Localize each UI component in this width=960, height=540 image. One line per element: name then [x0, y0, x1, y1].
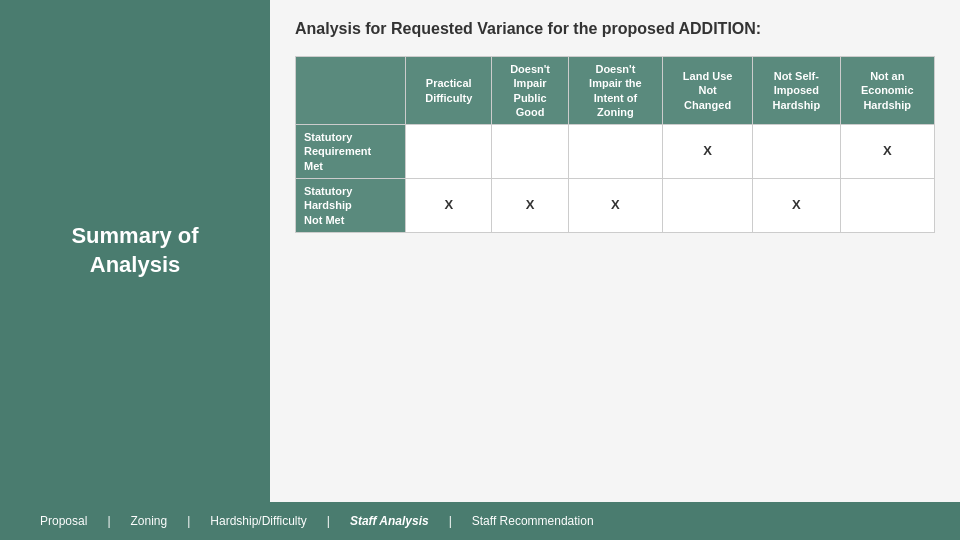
col-header-doesnt-impair-public-good: Doesn'tImpairPublicGood — [492, 57, 568, 125]
col-header-land-use: Land UseNotChanged — [663, 57, 753, 125]
cell-sh-land-use — [663, 179, 753, 233]
cell-sh-practical: X — [406, 179, 492, 233]
col-header-doesnt-impair-intent: Doesn'tImpair theIntent ofZoning — [568, 57, 662, 125]
right-content: Analysis for Requested Variance for the … — [270, 0, 960, 502]
col-header-not-self-imposed: Not Self-ImposedHardship — [753, 57, 840, 125]
cell-sr-practical — [406, 125, 492, 179]
table-row-statutory-requirement: StatutoryRequirementMet X X — [296, 125, 935, 179]
page-title: Analysis for Requested Variance for the … — [295, 20, 935, 38]
bottom-navigation: Proposal | Zoning | Hardship/Difficulty … — [0, 502, 960, 540]
nav-proposal[interactable]: Proposal — [20, 514, 107, 528]
cell-sr-land-use: X — [663, 125, 753, 179]
left-sidebar: Summary ofAnalysis — [0, 0, 270, 502]
cell-sr-public-good — [492, 125, 568, 179]
nav-staff-recommendation[interactable]: Staff Recommendation — [452, 514, 614, 528]
col-header-not-economic: Not anEconomicHardship — [840, 57, 934, 125]
cell-sr-intent — [568, 125, 662, 179]
cell-sh-economic — [840, 179, 934, 233]
cell-sh-intent: X — [568, 179, 662, 233]
cell-sr-self-imposed — [753, 125, 840, 179]
col-header-practical-difficulty: PracticalDifficulty — [406, 57, 492, 125]
nav-staff-analysis[interactable]: Staff Analysis — [330, 514, 449, 528]
nav-zoning[interactable]: Zoning — [111, 514, 188, 528]
cell-sh-self-imposed: X — [753, 179, 840, 233]
row-label-statutory-requirement: StatutoryRequirementMet — [296, 125, 406, 179]
cell-sr-economic: X — [840, 125, 934, 179]
nav-hardship-difficulty[interactable]: Hardship/Difficulty — [190, 514, 326, 528]
row-label-statutory-hardship: StatutoryHardshipNot Met — [296, 179, 406, 233]
main-layout: Summary ofAnalysis Analysis for Requeste… — [0, 0, 960, 502]
cell-sh-public-good: X — [492, 179, 568, 233]
sidebar-title: Summary ofAnalysis — [51, 202, 218, 299]
analysis-table: PracticalDifficulty Doesn'tImpairPublicG… — [295, 56, 935, 233]
col-header-empty — [296, 57, 406, 125]
table-row-statutory-hardship: StatutoryHardshipNot Met X X X X — [296, 179, 935, 233]
